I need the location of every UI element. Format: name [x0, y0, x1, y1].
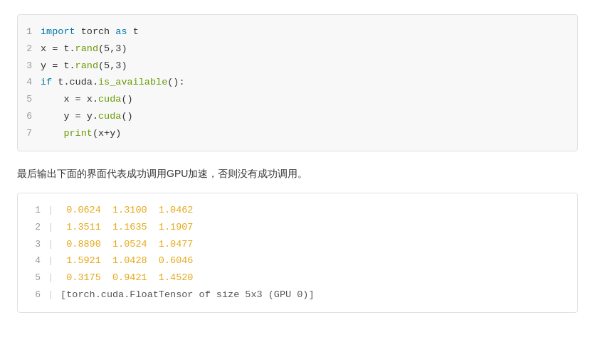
output-block: 1| 0.0624 1.3100 1.04622| 1.3511 1.1635 …	[17, 193, 578, 313]
output-separator: |	[41, 220, 60, 235]
code-content: x = t.rand(5,3)	[41, 41, 127, 57]
line-number: 4	[18, 75, 41, 90]
output-line-number: 3	[18, 237, 41, 252]
output-content: 0.3175 0.9421 1.4520	[60, 270, 193, 286]
output-separator: |	[41, 287, 60, 303]
line-number: 3	[18, 59, 41, 74]
code-content: if t.cuda.is_available():	[41, 75, 185, 90]
output-line: 1| 0.0624 1.3100 1.0462	[18, 202, 577, 219]
output-line-number: 4	[18, 254, 41, 269]
output-separator: |	[41, 270, 60, 286]
output-line: 2| 1.3511 1.1635 1.1907	[18, 219, 577, 236]
output-line-number: 5	[18, 271, 41, 286]
code-line: 6 y = y.cuda()	[18, 108, 577, 125]
code-content: y = t.rand(5,3)	[41, 58, 127, 74]
line-number: 7	[18, 127, 41, 141]
code-line: 4if t.cuda.is_available():	[18, 74, 577, 91]
code-line: 5 x = x.cuda()	[18, 91, 577, 108]
output-separator: |	[41, 203, 60, 218]
output-line: 5| 0.3175 0.9421 1.4520	[18, 269, 577, 287]
code-line: 2x = t.rand(5,3)	[18, 41, 577, 58]
output-line-number: 6	[18, 288, 41, 303]
output-content: 0.8890 1.0524 1.0477	[60, 237, 193, 252]
output-content: 1.3511 1.1635 1.1907	[60, 220, 193, 235]
output-line: 3| 0.8890 1.0524 1.0477	[18, 236, 577, 253]
output-line-number: 2	[18, 220, 41, 235]
code-line: 3y = t.rand(5,3)	[18, 58, 577, 75]
output-separator: |	[41, 253, 60, 269]
code-content: import torch as t	[41, 24, 139, 40]
code-content: print(x+y)	[41, 126, 121, 141]
code-content: y = y.cuda()	[41, 109, 133, 124]
output-line: 4| 1.5921 1.0428 0.6046	[18, 252, 577, 269]
line-number: 1	[18, 25, 41, 40]
output-line-number: 1	[18, 203, 41, 218]
code-content: x = x.cuda()	[41, 92, 133, 107]
output-content: 1.5921 1.0428 0.6046	[60, 253, 193, 269]
output-content: [torch.cuda.FloatTensor of size 5x3 (GPU…	[60, 287, 314, 303]
code-line: 1import torch as t	[18, 23, 577, 41]
output-content: 0.0624 1.3100 1.0462	[60, 203, 193, 218]
description-text: 最后输出下面的界面代表成功调用GPU加速，否则没有成功调用。	[17, 166, 578, 181]
line-number: 5	[18, 92, 41, 107]
code-line: 7 print(x+y)	[18, 125, 577, 142]
code-block: 1import torch as t2x = t.rand(5,3)3y = t…	[17, 14, 578, 151]
line-number: 6	[18, 109, 41, 124]
output-separator: |	[41, 237, 60, 252]
output-line: 6|[torch.cuda.FloatTensor of size 5x3 (G…	[18, 287, 577, 304]
line-number: 2	[18, 42, 41, 57]
